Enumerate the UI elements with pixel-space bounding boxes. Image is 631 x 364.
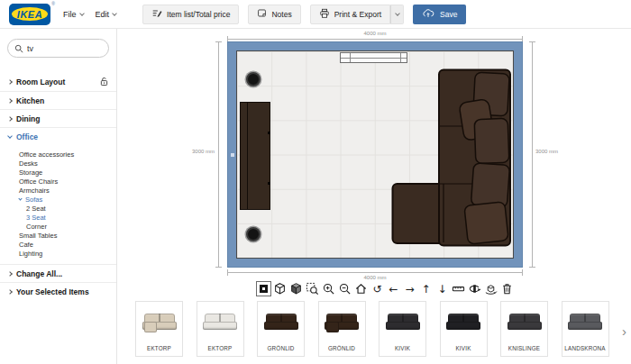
zoom-in-button[interactable]: [321, 281, 336, 296]
lock-open-icon[interactable]: [100, 77, 108, 88]
sofa-thumbnail: [203, 314, 237, 333]
sidebar-item-sofas[interactable]: Sofas: [0, 195, 116, 204]
sidebar-item-label: Your Selected Items: [16, 287, 89, 296]
chevron-right-icon: [7, 289, 13, 295]
product-name: LANDSKRONA: [562, 345, 608, 351]
delete-button[interactable]: [499, 281, 515, 296]
print-export-label: Print & Export: [334, 10, 381, 19]
sidebar-item-kitchen[interactable]: Kitchen: [0, 91, 116, 109]
sidebar-item-dining[interactable]: Dining: [0, 109, 116, 127]
printer-icon: [319, 8, 330, 21]
zoom-out-button[interactable]: [337, 281, 352, 296]
pan-left-button[interactable]: ←: [386, 281, 401, 296]
topbar: IKEA ® File Edit Item list/Total price N…: [0, 0, 631, 29]
sidebar-item-small-tables[interactable]: Small Tables: [0, 231, 116, 240]
sidebar-item-office-accessories[interactable]: Office accessories: [0, 150, 116, 159]
chevron-down-icon: [395, 11, 400, 16]
zoom-selection-button[interactable]: [305, 281, 320, 296]
view-toolbar: ↺ ← → ↑ ↓: [256, 281, 515, 296]
plan-canvas[interactable]: 4000 mm 4000 mm 3000 mm 3000 mm: [117, 29, 631, 364]
notes-icon: [257, 8, 267, 20]
sidebar-item-room-layout[interactable]: Room Layout: [0, 73, 116, 91]
plant-bottom[interactable]: [246, 227, 261, 241]
menu-edit-label: Edit: [96, 10, 110, 19]
tv-bench[interactable]: [240, 102, 270, 210]
product-carousel: EKTORP EKTORP GRÖNLID GRÖNLID KIVIK KIVI…: [117, 301, 631, 364]
dimension-label-right: 3000 mm: [535, 149, 558, 154]
sidebar-item-lighting[interactable]: Lighting: [0, 249, 116, 258]
item-list-button[interactable]: Item list/Total price: [142, 5, 239, 24]
zoom-in-icon: [322, 282, 335, 296]
product-card[interactable]: GRÖNLID: [257, 301, 305, 357]
dimension-line-left: [218, 41, 219, 268]
wall-handle[interactable]: [231, 153, 234, 157]
product-card[interactable]: KNISLINGE: [500, 301, 548, 357]
sidebar-item-2-seat[interactable]: 2 Seat: [0, 204, 116, 213]
notes-button[interactable]: Notes: [248, 5, 300, 24]
sidebar-item-label: Kitchen: [16, 96, 44, 105]
rotate-object-button[interactable]: [467, 281, 482, 296]
save-label: Save: [440, 10, 457, 19]
plant-top[interactable]: [246, 72, 261, 86]
product-name: KIVIK: [441, 345, 487, 351]
carousel-next-button[interactable]: ›: [622, 323, 626, 339]
sidebar-item-armchairs[interactable]: Armchairs: [0, 186, 116, 195]
pan-down-button[interactable]: ↓: [434, 281, 450, 296]
print-export-caret[interactable]: [390, 5, 404, 24]
pan-up-button[interactable]: ↑: [418, 281, 434, 296]
product-card[interactable]: GRÖNLID: [318, 301, 366, 357]
square-2d-icon: [260, 285, 268, 293]
sidebar-item-office[interactable]: Office: [0, 127, 116, 145]
pan-right-button[interactable]: →: [402, 281, 417, 296]
sidebar-item-label: Office: [16, 132, 38, 141]
menu-edit[interactable]: Edit: [96, 10, 117, 19]
view-3d-wire-button[interactable]: [272, 281, 288, 296]
sidebar-item-change-all[interactable]: Change All...: [0, 264, 116, 282]
dimension-line-bottom: [227, 272, 523, 273]
office-subcategories: Office accessories Desks Storage Office …: [0, 150, 116, 258]
zoom-out-icon: [338, 282, 352, 296]
notes-label: Notes: [271, 10, 291, 19]
save-button[interactable]: Save: [413, 5, 466, 24]
ikea-logo[interactable]: IKEA ®: [9, 4, 50, 25]
sidebar-item-cafe[interactable]: Cafe: [0, 240, 116, 249]
print-export-button[interactable]: Print & Export: [310, 5, 390, 24]
chevron-right-icon: [7, 271, 13, 277]
rotate-view-button[interactable]: [483, 281, 498, 296]
sidebar-item-corner[interactable]: Corner: [0, 222, 116, 231]
dimension-label-top: 4000 mm: [227, 31, 523, 36]
sidebar-item-desks[interactable]: Desks: [0, 159, 116, 168]
view-3d-solid-button[interactable]: [288, 281, 304, 296]
product-card[interactable]: KIVIK: [440, 301, 488, 357]
product-card[interactable]: LANDSKRONA: [562, 301, 609, 357]
view-2d-button[interactable]: [256, 281, 271, 296]
sofa-thumbnail: [386, 314, 420, 333]
window[interactable]: [340, 52, 407, 63]
rotate-ccw-button[interactable]: ↺: [370, 281, 385, 296]
sidebar-item-3-seat[interactable]: 3 Seat: [0, 213, 116, 222]
dimension-label-bottom: 4000 mm: [227, 275, 523, 280]
product-card[interactable]: EKTORP: [135, 301, 183, 357]
home-icon: [354, 282, 368, 296]
ruler-icon: [452, 282, 465, 296]
search-box[interactable]: [7, 39, 109, 58]
cube-wire-icon: [273, 282, 287, 296]
chevron-down-icon: [112, 11, 117, 16]
search-icon: [14, 41, 23, 57]
sidebar-item-storage[interactable]: Storage: [0, 168, 116, 177]
product-card[interactable]: EKTORP: [197, 301, 244, 357]
print-export-group: Print & Export: [310, 5, 404, 24]
menu-file-label: File: [63, 10, 77, 19]
corner-sofa[interactable]: [391, 68, 513, 247]
sidebar-item-office-chairs[interactable]: Office Chairs: [0, 177, 116, 186]
chevron-down-icon: [79, 11, 85, 16]
search-input[interactable]: [27, 44, 97, 53]
arrow-right-icon: →: [405, 283, 414, 296]
menu-file[interactable]: File: [63, 10, 84, 19]
measure-button[interactable]: [451, 281, 466, 296]
sofa-thumbnail: [142, 314, 177, 333]
product-card[interactable]: KIVIK: [379, 301, 426, 357]
category-nav: Room Layout Kitchen Dining Office Office…: [0, 73, 116, 300]
zoom-home-button[interactable]: [353, 281, 369, 296]
sidebar-item-your-selected-items[interactable]: Your Selected Items: [0, 282, 116, 300]
